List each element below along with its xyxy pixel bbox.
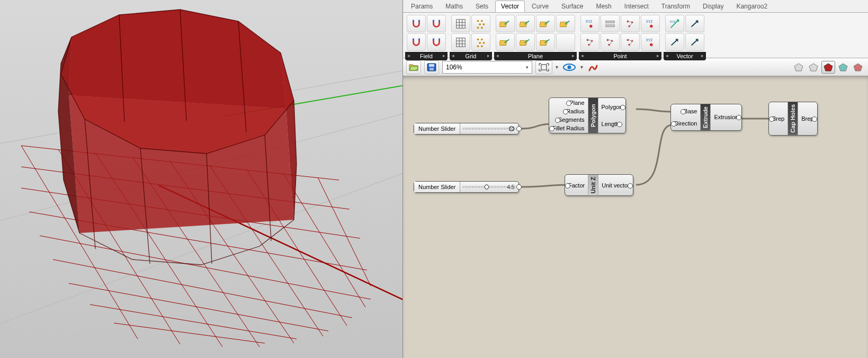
vec-unit-button[interactable] [665,33,684,51]
grid-square-button[interactable] [451,15,470,32]
input-param[interactable]: Base [684,108,697,114]
tab-intersect[interactable]: Intersect [619,1,655,12]
plane-xy-button[interactable] [496,15,515,32]
component-polygon[interactable]: PlaneRadiusSegmentsFillet RadiusPolygonP… [549,97,626,133]
input-grip[interactable] [555,118,560,123]
wire[interactable] [636,109,672,112]
zoom-extents-button[interactable] [535,60,552,74]
output-param[interactable]: Extrusion [714,114,738,120]
magnet-spin-button[interactable] [427,33,446,51]
plane-flip-button[interactable] [496,33,515,51]
rhino-perspective-viewport[interactable] [0,0,403,358]
output-param[interactable]: Brep [801,115,813,122]
project-button[interactable] [621,33,640,51]
tab-kangaroo2[interactable]: Kangaroo2 [730,1,773,12]
component-name-spine: Unit Z [588,175,598,195]
xyz-button[interactable]: XYZ [580,15,599,32]
ribbon-group-label: Field [405,52,448,60]
plane-axis-button[interactable] [536,15,555,32]
input-param[interactable]: Factor [568,182,585,189]
plane-arrow-button[interactable] [516,33,535,51]
input-param[interactable]: Segments [558,117,585,123]
input-grip[interactable] [549,126,554,131]
tab-sets[interactable]: Sets [470,1,494,12]
output-param[interactable]: Unit vector [602,182,630,189]
vec-button[interactable] [685,15,704,32]
magnet-plus-button[interactable] [407,33,426,51]
input-param[interactable]: Fillet Radius [552,125,585,131]
plane-xy-button[interactable] [556,15,575,32]
xyz-button[interactable]: XYZ [641,33,660,51]
input-param[interactable]: Direction [674,120,697,127]
blank-button[interactable] [556,33,575,51]
input-grip[interactable] [563,109,568,114]
slider-track[interactable]: 10 [460,123,518,134]
tab-surface[interactable]: Surface [556,1,589,12]
svg-point-85 [650,24,653,28]
shade-mode-custom-button[interactable] [851,61,865,74]
output-grip[interactable] [516,184,522,190]
shade-mode-ghost-button[interactable] [807,61,820,74]
number-slider[interactable]: Number Slider10 [414,123,519,135]
slider-track[interactable]: 4.5 [460,182,518,192]
slider-handle-icon[interactable] [484,184,489,190]
output-grip[interactable] [812,117,817,122]
grid-hex-button[interactable] [471,33,490,51]
svg-point-58 [481,38,483,40]
grasshopper-canvas[interactable]: Number Slider10Number Slider4.5PlaneRadi… [403,76,868,358]
shade-mode-rendered-button[interactable] [836,61,850,74]
tab-transform[interactable]: Transform [656,1,696,12]
input-grip[interactable] [566,101,571,106]
tab-vector[interactable]: Vector [495,1,525,12]
tab-maths[interactable]: Maths [440,1,469,12]
output-param[interactable]: Polygon [602,104,623,110]
preview-toggle-button[interactable] [561,60,577,74]
component-extrude[interactable]: BaseDirectionExtrudeExtrusion [670,104,742,131]
output-grip[interactable] [736,115,741,120]
wire[interactable] [521,185,567,187]
save-file-button[interactable] [424,60,439,74]
num-button[interactable] [601,15,620,32]
tab-mesh[interactable]: Mesh [590,1,617,12]
output-grip[interactable] [628,183,633,189]
grid-hex-button[interactable] [471,15,490,32]
xyz-arrow-button[interactable]: XYZ [665,15,684,32]
tab-curve[interactable]: Curve [526,1,554,12]
zoom-level-combo[interactable]: 106% ▾ [442,61,532,74]
wire[interactable] [636,125,672,185]
component-unitz[interactable]: FactorUnit ZUnit vector [565,174,633,196]
input-param[interactable]: Brep [772,115,784,122]
xyz-button[interactable]: XYZ [641,15,660,32]
input-grip[interactable] [565,183,570,189]
component-cap[interactable]: BrepCap HolesBrep [768,102,818,136]
magnet-plus-button[interactable] [407,15,426,32]
pull-button[interactable] [601,33,620,51]
grid-square-button[interactable] [451,33,470,51]
tab-display[interactable]: Display [697,1,729,12]
sketch-button[interactable] [586,60,600,74]
input-param[interactable]: Radius [566,108,584,114]
shade-mode-shaded-button[interactable] [821,61,835,74]
swap-button[interactable] [685,33,704,51]
input-grip[interactable] [681,109,686,114]
wire[interactable] [521,124,551,129]
cloud-button[interactable] [580,33,599,51]
number-slider[interactable]: Number Slider4.5 [414,181,519,193]
svg-point-103 [568,65,571,69]
deconstruct-button[interactable] [621,15,640,32]
output-grip[interactable] [620,105,625,110]
output-param[interactable]: Length [602,121,620,127]
output-grip[interactable] [617,122,622,127]
output-grip[interactable] [516,126,522,131]
input-grip[interactable] [671,121,676,127]
open-file-button[interactable] [406,60,421,74]
plane-rotate-button[interactable] [516,15,535,32]
svg-point-48 [479,23,481,25]
plane-diamond-button[interactable] [536,33,555,51]
magnet-spin-button[interactable] [427,15,446,32]
input-param[interactable]: Plane [569,100,584,106]
tab-params[interactable]: Params [405,1,439,12]
shade-mode-wire-button[interactable] [792,61,806,74]
svg-line-20 [318,177,371,286]
input-grip[interactable] [769,117,774,122]
